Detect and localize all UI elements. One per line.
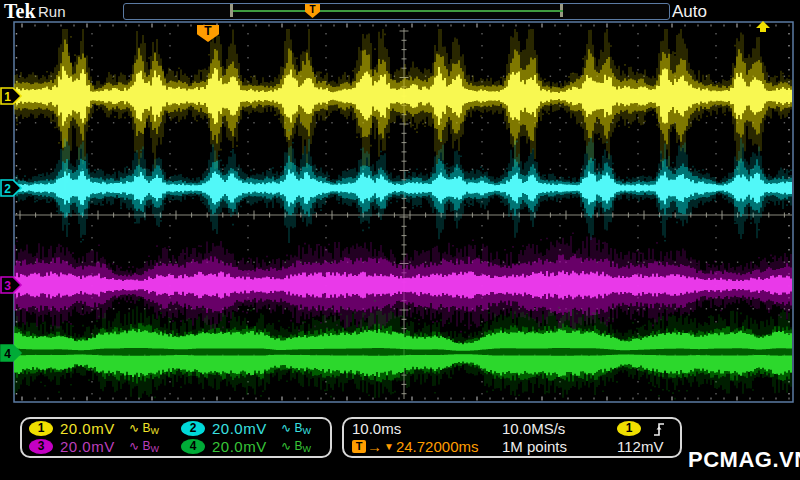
waveform-display: [0, 0, 800, 480]
channel3-readout[interactable]: 3 20.0mV ∿ BW: [24, 438, 176, 455]
trigger-arrow-icon: →: [367, 438, 382, 455]
svg-text:3: 3: [4, 279, 11, 293]
trigger-level-offscreen-arrow-icon[interactable]: [752, 20, 774, 33]
svg-text:2: 2: [4, 182, 11, 196]
record-length: 1M points: [502, 438, 617, 455]
channel2-scale: 20.0mV: [212, 420, 274, 437]
trigger-position-value: 24.72000ms: [396, 438, 479, 455]
channel1-badge: 1: [29, 421, 53, 436]
watermark: PCMAG.VN: [688, 447, 800, 473]
channel2-coupling-bw-icon: ∿ BW: [281, 421, 311, 436]
channel4-coupling-bw-icon: ∿ BW: [281, 439, 311, 454]
svg-text:4: 4: [4, 347, 11, 361]
horizontal-trigger-readouts-box: 10.0ms 10.0MS/s 1 T→▼24.72000ms 1M point…: [342, 417, 682, 458]
trigger-level-value[interactable]: 112mV: [617, 438, 680, 455]
channel-readouts-box: 1 20.0mV ∿ BW 2 20.0mV ∿ BW 3 20.0mV ∿ B…: [20, 417, 332, 458]
trigger-position-readout[interactable]: T→▼24.72000ms: [352, 438, 502, 455]
channel4-scale: 20.0mV: [212, 438, 274, 455]
channel-marker-3[interactable]: 3: [0, 275, 23, 295]
channel1-coupling-bw-icon: ∿ BW: [129, 421, 159, 436]
oscilloscope-screen: Tek Run T Auto T 1 2 3 4 1 20.0mV: [0, 0, 800, 480]
channel1-readout[interactable]: 1 20.0mV ∿ BW: [24, 420, 176, 437]
svg-text:1: 1: [4, 90, 11, 104]
trigger-source-badge: 1: [617, 421, 641, 436]
channel3-coupling-bw-icon: ∿ BW: [129, 439, 159, 454]
channel2-badge: 2: [181, 421, 205, 436]
channel1-scale: 20.0mV: [60, 420, 122, 437]
channel-marker-2[interactable]: 2: [0, 178, 23, 198]
sample-rate: 10.0MS/s: [502, 420, 617, 437]
trigger-delay-icon: ▼: [384, 441, 394, 452]
channel-marker-4[interactable]: 4: [0, 343, 23, 363]
trigger-t-icon: T: [352, 440, 366, 453]
channel3-badge: 3: [29, 439, 53, 454]
channel4-badge: 4: [181, 439, 205, 454]
channel-marker-1[interactable]: 1: [0, 86, 23, 106]
channel4-readout[interactable]: 4 20.0mV ∿ BW: [176, 438, 328, 455]
rising-edge-icon: [651, 421, 667, 437]
channel3-scale: 20.0mV: [60, 438, 122, 455]
channel2-readout[interactable]: 2 20.0mV ∿ BW: [176, 420, 328, 437]
timebase-scale[interactable]: 10.0ms: [352, 420, 502, 437]
trigger-source-cell[interactable]: 1: [617, 421, 680, 437]
